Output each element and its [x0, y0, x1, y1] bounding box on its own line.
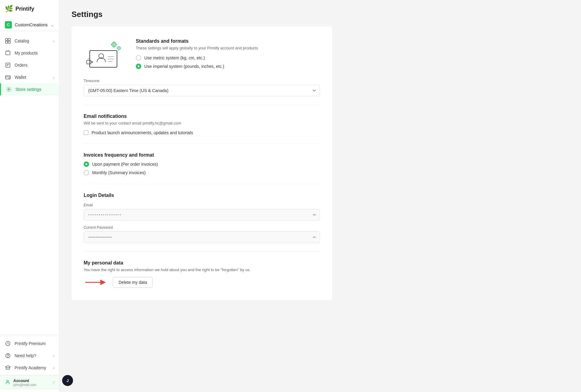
delete-my-data-button[interactable]: Delete my data	[113, 277, 153, 288]
metric-radio-item[interactable]: Use metric system (kg, cm, etc.)	[136, 55, 320, 61]
logo-text: Printify	[15, 6, 34, 12]
premium-label: Printify Premium	[15, 341, 54, 346]
account-icon	[5, 379, 10, 386]
sidebar-item-my-products[interactable]: My products	[0, 47, 59, 59]
account-chevron-icon: ›	[53, 380, 54, 385]
avatar[interactable]: J	[62, 375, 73, 386]
password-input-wrapper: ✏	[84, 231, 320, 243]
academy-chevron-icon: ›	[53, 366, 54, 370]
email-field-label: Email	[84, 203, 320, 207]
personal-data-section: My personal data You have the right to a…	[84, 260, 320, 288]
svg-rect-0	[5, 38, 8, 41]
metric-radio-label: Use metric system (kg, cm, etc.)	[144, 55, 205, 60]
email-edit-icon[interactable]: ✏	[313, 212, 316, 217]
imperial-radio-item[interactable]: Use imperial system (pounds, inches, etc…	[136, 64, 320, 69]
logo-icon: 🌿	[5, 5, 13, 13]
sidebar-item-printify-premium[interactable]: Printify Premium	[0, 337, 59, 350]
sidebar-item-wallet[interactable]: Wallet ›	[0, 71, 59, 83]
product-launch-checkbox-item[interactable]: Product launch announcements, updates an…	[84, 130, 320, 135]
divider-4	[84, 251, 320, 252]
avatar-area: J	[62, 375, 73, 386]
svg-rect-4	[6, 51, 10, 55]
orders-label: Orders	[15, 63, 54, 68]
monthly-radio-label: Monthly (Summary invoices)	[92, 170, 146, 175]
store-selector[interactable]: C CustomCreations ⌄	[0, 19, 59, 31]
per-order-radio-item[interactable]: Upon payment (Per order invoices)	[84, 161, 320, 167]
svg-rect-5	[6, 63, 10, 67]
svg-point-26	[118, 48, 119, 49]
imperial-radio-label: Use imperial system (pounds, inches, etc…	[144, 64, 224, 69]
sidebar-item-printify-academy[interactable]: Printify Academy ›	[0, 362, 59, 374]
main-content: Settings	[59, 0, 581, 392]
monthly-radio-circle[interactable]	[84, 170, 89, 175]
catalog-chevron-icon: ›	[53, 39, 54, 43]
store-chevron-icon: ⌄	[51, 22, 54, 27]
academy-icon	[5, 365, 11, 371]
product-launch-checkbox[interactable]	[84, 130, 88, 135]
personal-data-subtitle: You have the right to access information…	[84, 267, 320, 272]
timezone-select[interactable]: (GMT-05:00) Eastern Time (US & Canada)	[84, 85, 320, 96]
per-order-radio-circle[interactable]	[84, 161, 89, 167]
store-settings-label: Store settings	[15, 87, 54, 92]
nav-items: Catalog › My products Orders	[0, 34, 59, 335]
password-edit-icon[interactable]: ✏	[313, 235, 316, 240]
divider-1	[84, 105, 320, 105]
premium-icon	[5, 341, 11, 347]
monthly-radio-item[interactable]: Monthly (Summary invoices)	[84, 170, 320, 175]
standards-title: Standards and formats	[136, 38, 320, 44]
settings-card: Standards and formats These settings wil…	[72, 26, 332, 300]
imperial-radio-circle[interactable]	[136, 64, 141, 69]
svg-point-19	[112, 42, 116, 47]
account-name: Account	[13, 378, 50, 383]
delete-arrow-indicator	[84, 278, 108, 287]
email-notifications-subtitle: Will be sent to your contact email print…	[84, 121, 320, 125]
svg-rect-1	[8, 38, 10, 41]
password-input[interactable]	[84, 231, 320, 243]
catalog-label: Catalog	[15, 38, 49, 43]
svg-point-20	[113, 44, 115, 45]
orders-icon	[5, 62, 11, 68]
store-name: CustomCreations	[15, 22, 48, 27]
page-title: Settings	[72, 10, 569, 19]
svg-rect-6	[5, 76, 10, 79]
email-input[interactable]	[84, 209, 320, 221]
standards-section: Standards and formats These settings wil…	[84, 38, 320, 69]
password-field-label: Current Password	[84, 225, 320, 230]
help-chevron-icon: ›	[53, 354, 54, 358]
svg-point-7	[9, 78, 10, 79]
login-details-title: Login Details	[84, 193, 320, 198]
email-notifications-section: Email notifications Will be sent to your…	[84, 114, 320, 135]
standards-subtitle: These settings will apply globally to yo…	[136, 46, 320, 50]
sidebar-item-orders[interactable]: Orders	[0, 59, 59, 71]
divider-2	[84, 144, 320, 144]
logo-area: 🌿 Printify	[0, 0, 59, 19]
help-icon	[5, 353, 11, 359]
personal-data-title: My personal data	[84, 260, 320, 266]
sidebar-bottom: Printify Premium Need help? › Pri	[0, 335, 59, 392]
login-details-section: Login Details Email ✏ Current Password ✏	[84, 193, 320, 243]
timezone-label: Timezone	[84, 79, 320, 83]
store-icon: C	[5, 21, 12, 28]
wallet-chevron-icon: ›	[53, 75, 54, 80]
account-info: Account john@mail.com	[13, 378, 50, 387]
account-item[interactable]: Account john@mail.com ›	[0, 375, 59, 390]
store-settings-icon	[6, 86, 12, 92]
sidebar-item-need-help[interactable]: Need help? ›	[0, 350, 59, 362]
sidebar-item-store-settings[interactable]: Store settings	[0, 83, 59, 95]
academy-label: Printify Academy	[15, 365, 49, 370]
invoices-section: Invoices frequency and format Upon payme…	[84, 152, 320, 175]
settings-illustration	[84, 38, 126, 69]
sidebar-item-catalog[interactable]: Catalog ›	[0, 35, 59, 47]
wallet-icon	[5, 74, 11, 80]
my-products-label: My products	[15, 51, 54, 55]
svg-point-25	[117, 47, 120, 50]
svg-rect-3	[8, 41, 10, 43]
per-order-radio-label: Upon payment (Per order invoices)	[92, 162, 158, 167]
metric-radio-circle[interactable]	[136, 55, 141, 61]
catalog-icon	[5, 38, 11, 44]
wallet-label: Wallet	[15, 75, 49, 80]
email-notifications-title: Email notifications	[84, 114, 320, 119]
invoices-title: Invoices frequency and format	[84, 152, 320, 158]
svg-rect-2	[5, 41, 8, 43]
email-input-wrapper: ✏	[84, 209, 320, 221]
